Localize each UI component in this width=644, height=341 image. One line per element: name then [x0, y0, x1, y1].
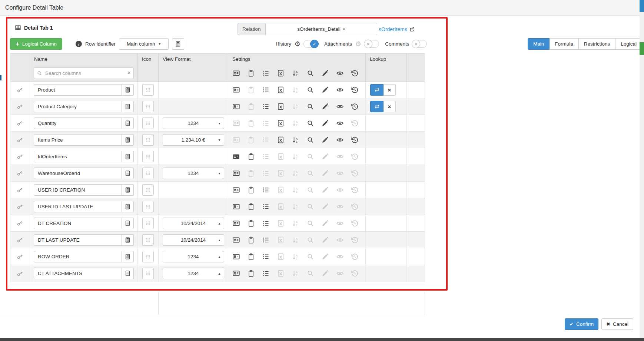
sort-icon[interactable]: AZ	[291, 69, 299, 77]
pencil-icon[interactable]	[321, 152, 329, 160]
add-logical-column-button[interactable]: + Logical Column	[10, 38, 62, 50]
search-icon[interactable]	[306, 69, 314, 77]
excel-file-icon[interactable]	[276, 152, 285, 160]
search-icon[interactable]	[306, 252, 314, 261]
excel-file-icon[interactable]	[276, 102, 285, 110]
pencil-icon[interactable]	[321, 236, 329, 244]
pencil-icon[interactable]	[321, 269, 329, 278]
pencil-icon[interactable]	[321, 86, 329, 94]
search-icon[interactable]	[306, 236, 314, 244]
excel-file-icon[interactable]	[276, 169, 285, 177]
list-icon[interactable]	[262, 269, 270, 278]
list-icon[interactable]	[262, 69, 270, 77]
clipboard-icon[interactable]	[247, 69, 255, 77]
sort-icon[interactable]: AZ	[291, 219, 299, 227]
column-name-input[interactable]	[34, 151, 122, 162]
sort-icon[interactable]: AZ	[291, 252, 299, 261]
view-format-select[interactable]: 1234 ▴	[163, 251, 224, 262]
search-icon[interactable]	[306, 169, 314, 177]
excel-file-icon[interactable]	[276, 202, 285, 211]
list-icon[interactable]	[262, 202, 270, 211]
icon-picker-button[interactable]	[142, 234, 154, 246]
column-name-input[interactable]	[34, 117, 122, 129]
sort-icon[interactable]: AZ	[291, 86, 299, 94]
column-name-input[interactable]	[34, 268, 122, 279]
eye-icon[interactable]	[336, 136, 344, 144]
eye-icon[interactable]	[336, 252, 344, 261]
eye-icon[interactable]	[336, 236, 344, 244]
history-icon[interactable]	[351, 219, 359, 227]
sort-icon[interactable]: AZ	[291, 152, 299, 160]
column-name-input[interactable]	[34, 168, 122, 179]
list-icon[interactable]	[262, 102, 270, 110]
eye-icon[interactable]	[336, 152, 344, 160]
icon-picker-button[interactable]	[142, 151, 154, 162]
sort-icon[interactable]: AZ	[291, 119, 299, 127]
search-columns-input[interactable]	[34, 67, 134, 79]
lookup-remove-button[interactable]: ×	[384, 84, 396, 96]
column-formula-button[interactable]	[122, 234, 134, 246]
column-name-input[interactable]	[34, 134, 122, 146]
sort-icon[interactable]: AZ	[291, 269, 299, 278]
id-card-icon[interactable]	[232, 186, 240, 194]
icon-picker-button[interactable]	[142, 84, 154, 96]
id-card-icon[interactable]	[232, 219, 240, 227]
id-card-icon[interactable]	[232, 269, 240, 278]
column-formula-button[interactable]	[122, 184, 134, 196]
comments-toggle[interactable]: ×	[412, 40, 427, 48]
history-icon[interactable]	[351, 102, 359, 110]
clipboard-icon[interactable]	[247, 152, 255, 160]
clipboard-icon[interactable]	[247, 186, 255, 194]
icon-picker-button[interactable]	[142, 268, 154, 279]
history-icon[interactable]	[351, 202, 359, 211]
tab-formula[interactable]: Formula	[550, 38, 579, 50]
clipboard-icon[interactable]	[247, 119, 255, 127]
pencil-icon[interactable]	[321, 102, 329, 110]
lookup-remove-button[interactable]: ×	[384, 101, 396, 112]
icon-picker-button[interactable]	[142, 184, 154, 196]
relation-select[interactable]: sOrderItems_Detail ▾	[265, 23, 377, 35]
history-icon[interactable]	[351, 86, 359, 94]
eye-icon[interactable]	[336, 269, 344, 278]
pencil-icon[interactable]	[321, 252, 329, 261]
column-name-input[interactable]	[34, 251, 122, 262]
gear-icon[interactable]: ⚙	[355, 40, 361, 47]
search-icon[interactable]	[306, 102, 314, 110]
eye-icon[interactable]	[336, 69, 344, 77]
clipboard-icon[interactable]	[247, 219, 255, 227]
icon-picker-button[interactable]	[142, 218, 154, 229]
list-icon[interactable]	[262, 152, 270, 160]
clear-search-icon[interactable]: ×	[127, 67, 131, 79]
excel-file-icon[interactable]	[276, 236, 285, 244]
pencil-icon[interactable]	[321, 186, 329, 194]
row-identifier-formula-button[interactable]	[172, 38, 184, 50]
history-icon[interactable]	[351, 252, 359, 261]
icon-picker-button[interactable]	[142, 201, 154, 212]
column-name-input[interactable]	[34, 84, 122, 96]
search-icon[interactable]	[306, 219, 314, 227]
column-name-input[interactable]	[34, 218, 122, 229]
eye-icon[interactable]	[336, 186, 344, 194]
sort-icon[interactable]: AZ	[291, 186, 299, 194]
sort-icon[interactable]: AZ	[291, 202, 299, 211]
column-formula-button[interactable]	[122, 218, 134, 229]
search-icon[interactable]	[306, 152, 314, 160]
sort-icon[interactable]: AZ	[291, 102, 299, 110]
icon-picker-button[interactable]	[142, 251, 154, 262]
search-icon[interactable]	[306, 136, 314, 144]
icon-picker-button[interactable]	[142, 117, 154, 129]
column-formula-button[interactable]	[122, 201, 134, 212]
pencil-icon[interactable]	[321, 219, 329, 227]
clipboard-icon[interactable]	[247, 236, 255, 244]
id-card-icon[interactable]	[232, 252, 240, 261]
pencil-icon[interactable]	[321, 69, 329, 77]
clipboard-icon[interactable]	[247, 86, 255, 94]
id-card-icon[interactable]	[232, 152, 240, 160]
list-icon[interactable]	[262, 169, 270, 177]
view-format-select[interactable]: 1234 ▾	[163, 117, 224, 129]
column-name-input[interactable]	[34, 101, 122, 112]
excel-file-icon[interactable]	[276, 186, 285, 194]
history-toggle[interactable]: ✓	[303, 40, 318, 48]
row-identifier-select[interactable]: Main column ▾	[119, 38, 169, 50]
sort-icon[interactable]: AZ	[291, 169, 299, 177]
